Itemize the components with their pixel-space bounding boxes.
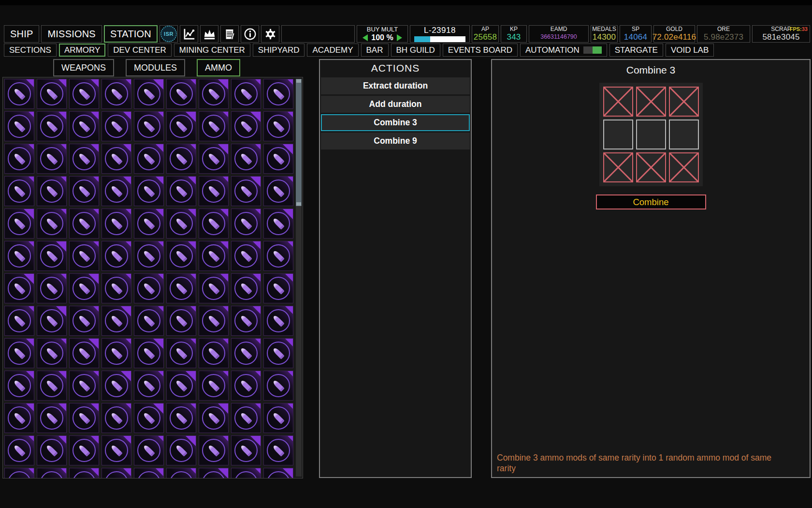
buy-mult-decrease-icon[interactable] [362, 34, 368, 41]
inventory-slot-ammo-mod[interactable] [102, 468, 131, 478]
inventory-slot-ammo-mod[interactable] [37, 273, 67, 303]
inventory-slot-ammo-mod[interactable] [166, 79, 196, 109]
station-nav-automation[interactable]: AUTOMATION [520, 44, 607, 57]
inventory-slot-ammo-mod[interactable] [134, 144, 164, 174]
combine-slot-empty[interactable] [636, 120, 666, 149]
inventory-slot-ammo-mod[interactable] [166, 371, 196, 401]
inventory-slot-ammo-mod[interactable] [102, 403, 131, 433]
inventory-slot-ammo-mod[interactable] [37, 111, 67, 141]
inventory-slot-ammo-mod[interactable] [69, 176, 99, 206]
armory-tab-modules[interactable]: MODULES [126, 59, 185, 76]
inventory-slot-ammo-mod[interactable] [199, 79, 229, 109]
inventory-slot-ammo-mod[interactable] [102, 273, 131, 303]
inventory-slot-ammo-mod[interactable] [134, 435, 164, 465]
inventory-slot-ammo-mod[interactable] [263, 209, 293, 239]
inventory-slot-ammo-mod[interactable] [69, 435, 99, 465]
inventory-slot-ammo-mod[interactable] [134, 306, 164, 336]
automation-toggle[interactable] [583, 46, 602, 54]
inventory-slot-ammo-mod[interactable] [4, 111, 34, 141]
inventory-slot-ammo-mod[interactable] [102, 435, 131, 465]
inventory-slot-ammo-mod[interactable] [134, 241, 164, 271]
inventory-slot-ammo-mod[interactable] [102, 371, 131, 401]
inventory-slot-ammo-mod[interactable] [102, 111, 131, 141]
inventory-slot-ammo-mod[interactable] [37, 338, 67, 368]
inventory-slot-ammo-mod[interactable] [166, 209, 196, 239]
inventory-slot-ammo-mod[interactable] [102, 176, 131, 206]
tab-ship[interactable]: SHIP [4, 25, 39, 43]
inventory-slot-ammo-mod[interactable] [102, 79, 131, 109]
inventory-slot-ammo-mod[interactable] [69, 79, 99, 109]
inventory-slot-ammo-mod[interactable] [231, 435, 261, 465]
inventory-slot-ammo-mod[interactable] [199, 209, 229, 239]
inventory-slot-ammo-mod[interactable] [134, 273, 164, 303]
inventory-slot-ammo-mod[interactable] [166, 338, 196, 368]
inventory-slot-ammo-mod[interactable] [263, 435, 293, 465]
inventory-slot-ammo-mod[interactable] [37, 468, 67, 478]
inventory-slot-ammo-mod[interactable] [166, 111, 196, 141]
inventory-slot-ammo-mod[interactable] [37, 176, 67, 206]
inventory-slot-ammo-mod[interactable] [166, 273, 196, 303]
inventory-slot-ammo-mod[interactable] [263, 241, 293, 271]
station-nav-dev-center[interactable]: DEV CENTER [108, 44, 172, 57]
action-button-extract-duration[interactable]: Extract duration [321, 77, 470, 94]
combine-slot-empty[interactable] [669, 120, 699, 149]
inventory-slot-ammo-mod[interactable] [4, 338, 34, 368]
inventory-slot-ammo-mod[interactable] [37, 241, 67, 271]
inventory-slot-ammo-mod[interactable] [69, 403, 99, 433]
inventory-slot-ammo-mod[interactable] [4, 209, 34, 239]
inventory-slot-ammo-mod[interactable] [263, 111, 293, 141]
inventory-slot-ammo-mod[interactable] [263, 338, 293, 368]
inventory-slot-ammo-mod[interactable] [134, 338, 164, 368]
inventory-slot-ammo-mod[interactable] [134, 371, 164, 401]
inventory-slot-ammo-mod[interactable] [166, 306, 196, 336]
inventory-slot-ammo-mod[interactable] [69, 111, 99, 141]
inventory-slot-ammo-mod[interactable] [166, 435, 196, 465]
inventory-slot-ammo-mod[interactable] [231, 144, 261, 174]
inventory-scrollbar-thumb[interactable] [296, 79, 302, 206]
station-nav-mining-center[interactable]: MINING CENTER [174, 44, 250, 57]
info-button[interactable] [241, 25, 259, 43]
inventory-slot-ammo-mod[interactable] [199, 468, 229, 478]
station-nav-academy[interactable]: ACADEMY [307, 44, 358, 57]
inventory-slot-ammo-mod[interactable] [231, 79, 261, 109]
inventory-slot-ammo-mod[interactable] [69, 241, 99, 271]
notes-button[interactable] [220, 25, 239, 43]
inventory-slot-ammo-mod[interactable] [231, 273, 261, 303]
station-nav-stargate[interactable]: STARGATE [609, 44, 663, 57]
settings-gear-button[interactable] [261, 25, 279, 43]
inventory-slot-ammo-mod[interactable] [134, 79, 164, 109]
inventory-scrollbar[interactable] [296, 79, 302, 477]
inventory-slot-ammo-mod[interactable] [69, 209, 99, 239]
station-nav-sections[interactable]: SECTIONS [4, 44, 57, 57]
inventory-slot-ammo-mod[interactable] [134, 111, 164, 141]
inventory-slot-ammo-mod[interactable] [199, 144, 229, 174]
inventory-slot-ammo-mod[interactable] [134, 176, 164, 206]
inventory-slot-ammo-mod[interactable] [199, 241, 229, 271]
inventory-slot-ammo-mod[interactable] [199, 338, 229, 368]
inventory-slot-ammo-mod[interactable] [37, 403, 67, 433]
inventory-slot-ammo-mod[interactable] [134, 209, 164, 239]
inventory-slot-ammo-mod[interactable] [4, 468, 34, 478]
inventory-slot-ammo-mod[interactable] [69, 338, 99, 368]
inventory-slot-ammo-mod[interactable] [134, 403, 164, 433]
tab-missions[interactable]: MISSIONS [41, 25, 102, 43]
tab-station[interactable]: STATION [104, 25, 158, 43]
inventory-slot-ammo-mod[interactable] [4, 241, 34, 271]
inventory-slot-ammo-mod[interactable] [231, 209, 261, 239]
inventory-slot-ammo-mod[interactable] [231, 111, 261, 141]
armory-tab-ammo[interactable]: AMMO [197, 59, 240, 76]
inventory-slot-ammo-mod[interactable] [263, 79, 293, 109]
inventory-slot-ammo-mod[interactable] [102, 209, 131, 239]
inventory-slot-ammo-mod[interactable] [69, 144, 99, 174]
isr-badge-button[interactable]: ISR [160, 25, 178, 43]
inventory-slot-ammo-mod[interactable] [37, 306, 67, 336]
station-nav-armory[interactable]: ARMORY [59, 44, 105, 57]
inventory-slot-ammo-mod[interactable] [231, 371, 261, 401]
action-button-combine-9[interactable]: Combine 9 [321, 133, 470, 149]
inventory-slot-ammo-mod[interactable] [231, 176, 261, 206]
inventory-slot-ammo-mod[interactable] [4, 79, 34, 109]
station-nav-shipyard[interactable]: SHIPYARD [253, 44, 305, 57]
inventory-slot-ammo-mod[interactable] [263, 468, 293, 478]
action-button-add-duration[interactable]: Add duration [321, 96, 470, 113]
inventory-slot-ammo-mod[interactable] [4, 306, 34, 336]
